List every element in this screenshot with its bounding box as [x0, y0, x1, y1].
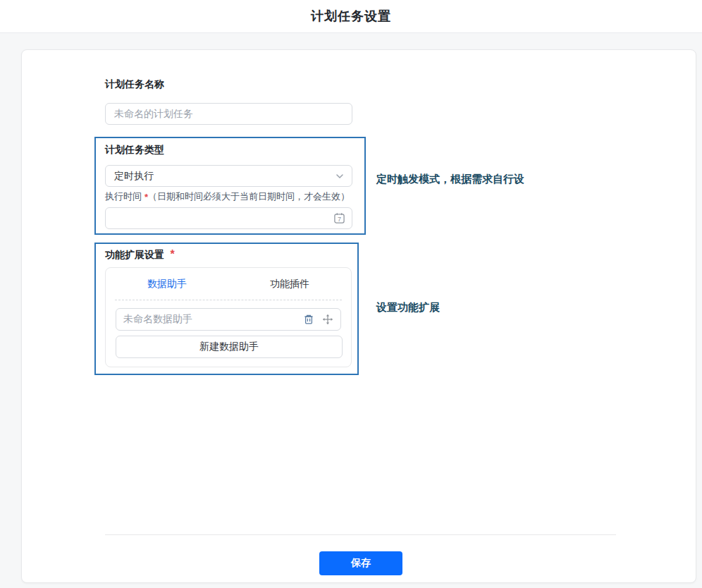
- extension-annotation: 设置功能扩展: [376, 301, 440, 314]
- task-type-label: 计划任务类型: [105, 144, 164, 157]
- exec-time-label-row: 执行时间 * （日期和时间必须大于当前日期时间，才会生效）: [105, 190, 350, 203]
- extension-card: 数据助手 功能插件 未命名数据助手: [105, 267, 352, 367]
- add-data-assistant-button[interactable]: 新建数据助手: [116, 336, 343, 358]
- tabs-divider: [115, 300, 342, 300]
- task-type-selected-value: 定时执行: [114, 170, 154, 183]
- exec-time-note: （日期和时间必须大于当前日期时间，才会生效）: [148, 190, 350, 203]
- data-assistant-item[interactable]: 未命名数据助手: [116, 308, 341, 331]
- extension-required-mark: *: [170, 248, 174, 260]
- extension-label-row: 功能扩展设置 *: [105, 248, 175, 262]
- move-icon[interactable]: [322, 314, 333, 325]
- task-type-annotation: 定时触发模式，根据需求自行设: [376, 173, 524, 186]
- delete-icon[interactable]: [303, 314, 314, 325]
- chevron-down-icon: [335, 171, 345, 181]
- extension-highlight-box: 功能扩展设置 * 数据助手 功能插件 未命名数据助手: [94, 243, 359, 375]
- task-type-select[interactable]: 定时执行: [105, 165, 352, 187]
- extension-label: 功能扩展设置: [105, 249, 164, 260]
- tab-function-plugin[interactable]: 功能插件: [228, 268, 351, 300]
- save-button[interactable]: 保存: [319, 551, 402, 575]
- exec-time-label: 执行时间: [105, 190, 142, 203]
- task-type-highlight-box: 计划任务类型 定时执行 执行时间 * （日期和时间必须大于当前日期时间，才会生效…: [94, 137, 366, 235]
- task-name-label: 计划任务名称: [105, 78, 164, 91]
- page-header: 计划任务设置: [0, 0, 702, 33]
- extension-tabs: 数据助手 功能插件: [106, 268, 351, 300]
- svg-text:7: 7: [338, 216, 341, 223]
- footer-divider: [105, 534, 616, 535]
- page-title: 计划任务设置: [311, 8, 391, 25]
- exec-time-input[interactable]: 7: [105, 207, 352, 229]
- task-name-input[interactable]: [105, 103, 352, 125]
- calendar-icon[interactable]: 7: [333, 212, 345, 224]
- settings-card: 计划任务名称 计划任务类型 定时执行 执行时间 * （日期和时间必须大于当前日期…: [21, 49, 696, 583]
- tab-data-assistant[interactable]: 数据助手: [106, 268, 228, 300]
- data-assistant-name: 未命名数据助手: [123, 313, 303, 326]
